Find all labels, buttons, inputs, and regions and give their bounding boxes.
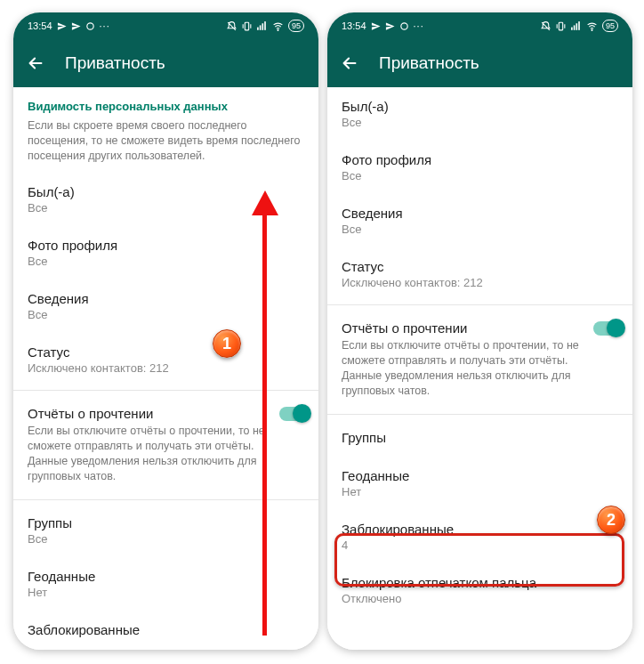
phone-left: 13:54 ··· 95 Приватность Видимость персо… (13, 12, 318, 650)
setting-about[interactable]: Сведения Все (327, 194, 632, 247)
more-dots-icon: ··· (414, 20, 424, 31)
page-title: Приватность (379, 53, 479, 73)
setting-read-receipts[interactable]: Отчёты о прочтении Если вы отключите отч… (13, 394, 318, 496)
svg-rect-12 (578, 21, 580, 30)
status-time: 13:54 (342, 20, 366, 31)
mute-icon (540, 20, 551, 32)
item-label: Статус (342, 259, 618, 274)
setting-last-seen[interactable]: Был(-а) Все (327, 87, 632, 141)
annotation-arrow-line (262, 208, 267, 636)
item-value: Исключено контактов: 212 (342, 276, 618, 289)
setting-profile-photo[interactable]: Фото профиля Все (13, 226, 318, 279)
vibrate-icon (555, 20, 567, 32)
status-bar: 13:54 ··· 95 (13, 12, 318, 39)
app-header: Приватность (13, 39, 318, 87)
battery-indicator: 95 (602, 20, 618, 32)
svg-rect-11 (576, 23, 577, 30)
item-value: Отключено (342, 592, 618, 605)
svg-rect-5 (264, 21, 266, 30)
back-button[interactable] (26, 53, 45, 73)
item-label: Был(-а) (342, 99, 618, 114)
divider (327, 304, 632, 305)
send-icon (57, 21, 67, 31)
phone-right: 13:54 ··· 95 Приватность Был(-а) Все Фот… (327, 12, 632, 650)
page-title: Приватность (65, 53, 165, 73)
setting-status[interactable]: Статус Исключено контактов: 212 (327, 247, 632, 301)
svg-rect-9 (571, 27, 573, 29)
svg-point-13 (592, 29, 592, 30)
svg-point-0 (86, 22, 93, 28)
signal-icon (256, 20, 268, 32)
mute-icon (226, 20, 237, 32)
battery-indicator: 95 (288, 20, 304, 32)
item-value: Все (342, 223, 618, 236)
read-receipts-switch[interactable] (593, 321, 624, 336)
setting-fingerprint-lock[interactable]: Блокировка отпечатком пальца Отключено (327, 563, 632, 617)
item-label: Группы (342, 430, 618, 445)
setting-profile-photo[interactable]: Фото профиля Все (327, 141, 632, 194)
item-description: Если вы отключите отчёты о прочтении, то… (342, 338, 618, 399)
sync-icon (399, 21, 409, 31)
setting-about[interactable]: Сведения Все (13, 279, 318, 333)
svg-rect-8 (559, 22, 562, 30)
back-button[interactable] (340, 53, 359, 73)
divider (13, 390, 318, 391)
signal-icon (570, 20, 582, 32)
settings-content[interactable]: Был(-а) Все Фото профиля Все Сведения Вс… (327, 87, 632, 650)
setting-geodata[interactable]: Геоданные Нет (327, 457, 632, 510)
item-value: 4 (342, 538, 618, 552)
app-header: Приватность (327, 39, 632, 87)
svg-point-6 (278, 29, 278, 30)
svg-rect-10 (574, 25, 576, 29)
setting-geodata[interactable]: Геоданные Нет (13, 557, 318, 611)
setting-groups[interactable]: Группы (327, 418, 632, 457)
more-dots-icon: ··· (100, 20, 110, 31)
setting-blocked[interactable]: Заблокированные 4 (327, 510, 632, 563)
send-icon (71, 21, 81, 31)
setting-blocked[interactable]: Заблокированные (13, 611, 318, 649)
read-receipts-switch[interactable] (279, 407, 310, 421)
section-heading: Видимость персональных данных (13, 87, 318, 118)
svg-rect-2 (257, 27, 259, 29)
item-label: Заблокированные (342, 522, 618, 537)
item-label: Сведения (342, 206, 618, 221)
send-icon (385, 21, 395, 31)
divider (327, 414, 632, 415)
item-label: Отчёты о прочтении (342, 320, 618, 336)
divider (13, 499, 318, 500)
item-label: Блокировка отпечатком пальца (342, 575, 618, 590)
status-time: 13:54 (28, 20, 52, 31)
setting-groups[interactable]: Группы Все (13, 504, 318, 557)
setting-status[interactable]: Статус Исключено контактов: 212 (13, 333, 318, 386)
send-icon (371, 21, 381, 31)
item-label: Геоданные (342, 468, 618, 483)
svg-rect-3 (260, 25, 262, 29)
svg-rect-1 (245, 22, 248, 30)
settings-content[interactable]: Видимость персональных данных Если вы ск… (13, 87, 318, 650)
section-description: Если вы скроете время своего последнего … (13, 118, 318, 173)
svg-rect-4 (262, 23, 263, 30)
item-value: Все (342, 116, 618, 129)
sync-icon (85, 21, 95, 31)
annotation-badge-2: 2 (597, 506, 625, 534)
setting-read-receipts[interactable]: Отчёты о прочтении Если вы отключите отч… (327, 309, 632, 410)
svg-point-7 (400, 22, 407, 28)
status-bar: 13:54 ··· 95 (327, 12, 632, 39)
wifi-icon (271, 20, 285, 32)
wifi-icon (585, 20, 599, 32)
item-value: Нет (342, 485, 618, 498)
annotation-badge-1: 1 (213, 329, 241, 358)
item-value: Все (342, 169, 618, 182)
vibrate-icon (241, 20, 253, 32)
item-label: Фото профиля (342, 152, 618, 167)
